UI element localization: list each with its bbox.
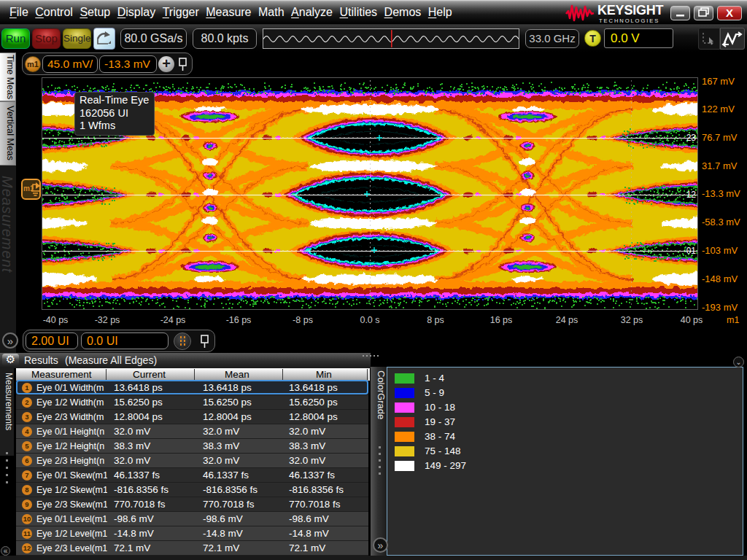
svg-text:23: 23 [686, 133, 697, 143]
svg-text:12: 12 [686, 190, 697, 200]
svg-text:01: 01 [686, 246, 697, 256]
